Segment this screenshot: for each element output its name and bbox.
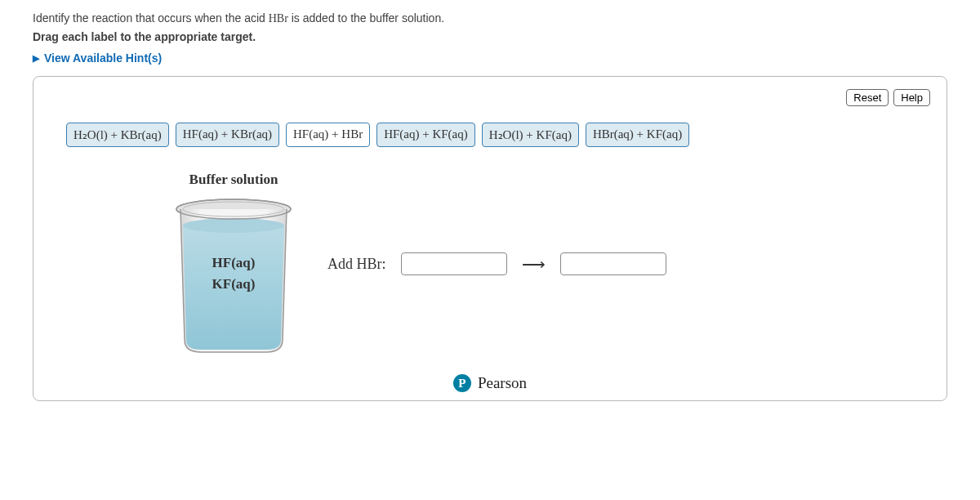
reaction-prompt: Add HBr:: [327, 256, 386, 273]
beaker-component-2: KF(aq): [164, 276, 303, 292]
caret-right-icon: ▶: [33, 53, 39, 64]
beaker-graphic: HF(aq) KF(aq): [164, 193, 303, 356]
pearson-brand-text: Pearson: [478, 374, 527, 392]
drag-label-hf-kbr[interactable]: HF(aq) + KBr(aq): [176, 123, 279, 147]
question-suffix: is added to the buffer solution.: [288, 11, 444, 25]
reaction-row: Add HBr: ⟶: [327, 252, 666, 275]
top-controls: Reset Help: [50, 89, 930, 106]
drop-target-reactant[interactable]: [401, 252, 507, 275]
beaker-title: Buffer solution: [164, 172, 303, 188]
footer-brand: P Pearson: [50, 374, 930, 392]
help-button[interactable]: Help: [893, 89, 930, 106]
drop-target-product[interactable]: [560, 252, 666, 275]
question-prefix: Identify the reaction that occurs when t…: [33, 11, 269, 25]
reset-button[interactable]: Reset: [846, 89, 889, 106]
drag-label-hf-kf[interactable]: HF(aq) + KF(aq): [376, 123, 475, 147]
beaker-block: Buffer solution: [164, 172, 303, 356]
draggable-labels-row: H₂O(l) + KBr(aq) HF(aq) + KBr(aq) HF(aq)…: [66, 123, 930, 147]
drag-label-hf-hbr[interactable]: HF(aq) + HBr: [286, 123, 370, 147]
activity-panel: Reset Help H₂O(l) + KBr(aq) HF(aq) + KBr…: [33, 76, 947, 401]
beaker-component-1: HF(aq): [164, 255, 303, 271]
drag-label-h2o-kbr[interactable]: H₂O(l) + KBr(aq): [66, 123, 169, 147]
drag-label-hbr-kf[interactable]: HBr(aq) + KF(aq): [586, 123, 689, 147]
view-hints-toggle[interactable]: ▶ View Available Hint(s): [33, 51, 947, 65]
hints-label: View Available Hint(s): [44, 51, 162, 65]
drag-label-h2o-kf[interactable]: H₂O(l) + KF(aq): [482, 123, 579, 147]
pearson-logo-icon: P: [453, 374, 471, 392]
arrow-right-icon: ⟶: [522, 254, 546, 274]
question-text: Identify the reaction that occurs when t…: [33, 11, 947, 25]
svg-point-1: [183, 218, 284, 233]
work-area: Buffer solution: [50, 172, 930, 364]
beaker-contents: HF(aq) KF(aq): [164, 250, 303, 297]
question-chem: HBr: [269, 12, 288, 25]
instruction-text: Drag each label to the appropriate targe…: [33, 30, 947, 43]
